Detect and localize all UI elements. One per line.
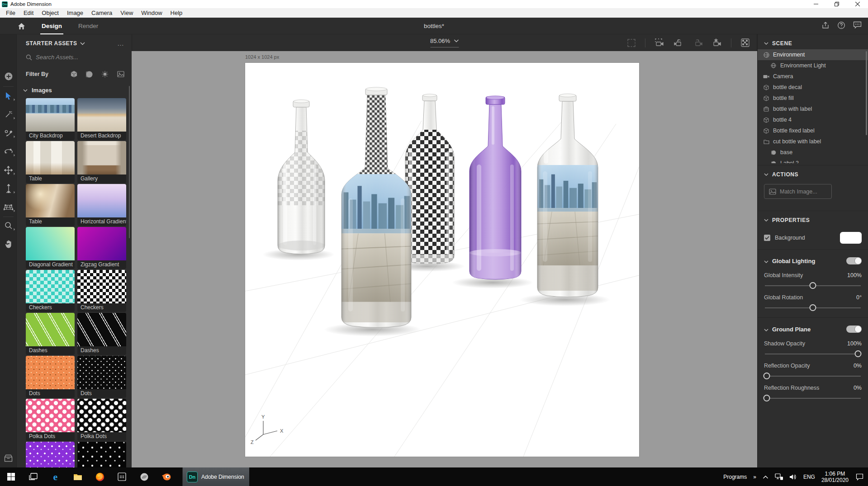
render-preview-icon[interactable]: [741, 38, 749, 47]
minimize-button[interactable]: [806, 0, 826, 8]
chevron-down-icon[interactable]: [764, 258, 768, 264]
tab-design[interactable]: Design: [33, 18, 70, 34]
filter-images-icon[interactable]: [117, 71, 124, 77]
sampler-eyedropper-icon[interactable]: [0, 125, 17, 141]
global-lighting-toggle[interactable]: [846, 257, 862, 264]
menu-object[interactable]: Object: [38, 8, 63, 18]
background-checkbox[interactable]: [764, 235, 770, 241]
global-rotation-slider[interactable]: [765, 304, 861, 312]
select-tool-icon[interactable]: [0, 88, 17, 104]
menu-window[interactable]: Window: [137, 8, 166, 18]
firefox-icon[interactable]: [89, 467, 111, 486]
asset-diagonal-gradient[interactable]: Diagonal Gradient: [26, 227, 75, 269]
match-image-button[interactable]: Match Image...: [764, 184, 832, 199]
scene-item-camera[interactable]: Camera: [758, 71, 868, 82]
perspective-cage-icon[interactable]: [0, 199, 17, 215]
pan-hand-icon[interactable]: [0, 236, 17, 251]
reflection-opacity-slider[interactable]: [765, 372, 861, 380]
start-button-icon[interactable]: [0, 467, 22, 486]
scene-item-bottle-with-label[interactable]: bottle with label: [758, 104, 868, 114]
magic-wand-icon[interactable]: [0, 107, 17, 122]
imaging-app-icon[interactable]: [133, 467, 155, 486]
camera-redo-icon[interactable]: [693, 38, 702, 47]
scene-item-environment[interactable]: Environment: [758, 49, 868, 60]
volume-icon[interactable]: [789, 474, 797, 480]
asset-zigzag-gradient[interactable]: Zigzag Gradient: [77, 227, 126, 269]
scene-item-bottle-4[interactable]: bottle 4: [758, 114, 868, 125]
taskbar-active-app[interactable]: Dn Adobe Dimension: [182, 467, 249, 486]
filter-models-cube-icon[interactable]: [71, 71, 77, 78]
asset-dots[interactable]: Dots: [26, 356, 75, 398]
menu-image[interactable]: Image: [63, 8, 87, 18]
tab-render[interactable]: Render: [70, 18, 106, 34]
task-view-icon[interactable]: [22, 467, 44, 486]
scene-item-bottle-fill[interactable]: bottle fill: [758, 93, 868, 104]
add-content-icon[interactable]: [0, 69, 17, 84]
help-icon[interactable]: [837, 21, 845, 31]
bottle-fill[interactable]: [342, 87, 411, 328]
feedback-chat-icon[interactable]: [853, 21, 862, 31]
asset-table[interactable]: Table: [26, 141, 75, 183]
assets-scrollbar[interactable]: [129, 86, 130, 238]
blender-icon[interactable]: [155, 467, 177, 486]
action-center-icon[interactable]: [856, 473, 863, 481]
asset-gallery[interactable]: Gallery: [77, 141, 126, 183]
asset-polka-dots[interactable]: Polka Dots: [26, 399, 75, 441]
zoom-tool-icon[interactable]: [0, 218, 17, 233]
filter-materials-sphere-icon[interactable]: [86, 71, 93, 78]
camera-undo-icon[interactable]: [674, 38, 683, 47]
programs-toolbar[interactable]: Programs: [723, 474, 747, 480]
move-tool-icon[interactable]: [0, 162, 17, 178]
asset-table[interactable]: Table: [26, 184, 75, 226]
clock[interactable]: 1:06 PM 28/01/2020: [821, 471, 849, 483]
asset-sparkle-purple[interactable]: [26, 442, 75, 467]
network-icon[interactable]: [775, 473, 783, 480]
cut-bottle-with-label[interactable]: [537, 94, 598, 297]
scene-item-cut-bottle-with-label[interactable]: cut bottle with label: [758, 136, 868, 147]
scene-item-bottle-decal[interactable]: bottle decal: [758, 82, 868, 93]
canvas-frame-icon[interactable]: [627, 39, 636, 47]
asset-stars-black[interactable]: [77, 442, 126, 467]
chevron-down-icon[interactable]: [764, 219, 768, 222]
shadow-opacity-slider[interactable]: [765, 350, 861, 358]
ground-plane-toggle[interactable]: [846, 326, 862, 333]
chevron-down-icon[interactable]: [764, 326, 768, 333]
slider-handle[interactable]: [764, 395, 770, 401]
slider-handle[interactable]: [810, 304, 816, 311]
share-icon[interactable]: [821, 21, 830, 31]
asset-checkers[interactable]: Checkers: [77, 270, 126, 312]
menu-help[interactable]: Help: [166, 8, 187, 18]
chevron-down-icon[interactable]: [80, 42, 85, 45]
move-vertical-tool-icon[interactable]: [0, 181, 17, 196]
filter-lights-icon[interactable]: [101, 71, 109, 78]
close-button[interactable]: [847, 0, 868, 8]
menu-file[interactable]: File: [2, 8, 19, 18]
scene-scrollbar[interactable]: [866, 51, 867, 135]
scene-item-label-2[interactable]: Label 2: [758, 158, 868, 163]
bottle-with-label[interactable]: [469, 96, 522, 279]
chevron-down-icon[interactable]: [23, 89, 28, 92]
slider-handle[interactable]: [810, 282, 816, 289]
asset-search-input[interactable]: Search Assets...: [26, 54, 124, 61]
library-tray-icon[interactable]: [0, 450, 17, 466]
menu-camera[interactable]: Camera: [87, 8, 116, 18]
app-grid-icon[interactable]: [111, 467, 133, 486]
document-canvas[interactable]: Y X Z: [245, 63, 639, 457]
global-intensity-slider[interactable]: [765, 282, 861, 290]
asset-dashes[interactable]: Dashes: [77, 313, 126, 355]
file-explorer-icon[interactable]: [66, 467, 89, 486]
scene-item-environment-light[interactable]: Environment Light: [758, 60, 868, 71]
menu-edit[interactable]: Edit: [19, 8, 38, 18]
asset-dots[interactable]: Dots: [77, 356, 126, 398]
asset-polka-dots[interactable]: Polka Dots: [77, 399, 126, 441]
background-color-swatch[interactable]: [840, 232, 862, 244]
bottle-decal[interactable]: [278, 100, 325, 254]
slider-handle[interactable]: [764, 373, 770, 379]
restore-button[interactable]: [826, 0, 847, 8]
slider-handle[interactable]: [854, 350, 861, 357]
camera-star-icon[interactable]: [712, 38, 721, 47]
scene-item-base[interactable]: base: [758, 147, 868, 158]
language-indicator[interactable]: ENG: [803, 474, 815, 480]
programs-overflow-chevron[interactable]: »: [753, 474, 756, 480]
camera-bookmark-icon[interactable]: [655, 38, 664, 47]
